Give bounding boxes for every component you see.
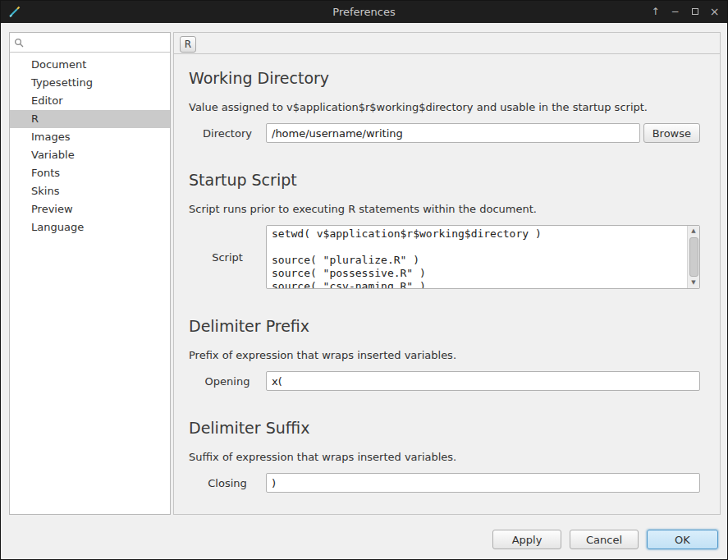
sidebar-item-document[interactable]: Document [10,56,170,74]
ok-button[interactable]: OK [647,530,718,549]
sidebar-item-r[interactable]: R [10,110,170,128]
closing-row: Closing [189,473,700,493]
scrollbar-thumb[interactable] [689,237,698,277]
opening-row: Opening [189,371,700,391]
scroll-down-icon[interactable]: ▼ [691,278,695,288]
browse-button[interactable]: Browse [643,123,700,143]
shade-icon[interactable]: ↑ [649,1,662,23]
directory-row: Directory Browse [189,123,700,143]
close-icon[interactable]: × [708,1,721,23]
directory-label: Directory [189,127,266,140]
apply-button[interactable]: Apply [492,530,561,549]
directory-input[interactable] [266,123,640,143]
sidebar-item-language[interactable]: Language [10,218,170,236]
working-directory-description: Value assigned to v$application$r$workin… [189,101,700,113]
startup-script-title: Startup Script [189,171,700,189]
scroll-up-icon[interactable]: ▲ [691,226,695,236]
closing-input[interactable] [266,473,700,493]
closing-label: Closing [189,477,266,489]
window-title: Preferences [1,6,727,18]
content-header: R [174,33,720,54]
sidebar-item-fonts[interactable]: Fonts [10,164,170,182]
maximize-box-glyph [692,8,698,15]
sidebar-item-skins[interactable]: Skins [10,182,170,200]
app-icon [7,5,21,19]
script-textarea[interactable]: setwd( v$application$r$working$directory… [266,225,700,289]
startup-script-description: Script runs prior to executing R stateme… [189,203,700,215]
content-panel: R Working Directory Value assigned to v$… [173,32,721,515]
sidebar: Document Typesetting Editor R Images Var… [9,32,171,515]
script-row: Script setwd( v$application$r$working$di… [189,225,700,289]
cancel-button[interactable]: Cancel [570,530,639,549]
maximize-icon[interactable] [689,1,701,23]
sidebar-item-variable[interactable]: Variable [10,146,170,164]
sidebar-item-images[interactable]: Images [10,128,170,146]
breadcrumb-chip[interactable]: R [180,36,196,53]
sidebar-item-typesetting[interactable]: Typesetting [10,74,170,92]
opening-input[interactable] [266,371,700,391]
sidebar-item-editor[interactable]: Editor [10,92,170,110]
dialog-body: Document Typesetting Editor R Images Var… [1,23,727,559]
search-field[interactable] [10,33,170,53]
opening-label: Opening [189,375,266,388]
preferences-window: Preferences ↑ − × Document Typesetting E… [0,0,728,560]
search-input[interactable] [27,34,166,51]
sidebar-list: Document Typesetting Editor R Images Var… [10,53,170,236]
minimize-icon[interactable]: − [669,1,681,23]
script-scrollbar[interactable]: ▲ ▼ [687,226,699,288]
window-controls: ↑ − × [649,1,721,23]
titlebar[interactable]: Preferences ↑ − × [1,1,727,23]
delimiter-prefix-title: Delimiter Prefix [189,317,700,335]
search-icon [14,38,24,48]
delimiter-suffix-description: Suffix of expression that wraps inserted… [189,451,700,463]
content-body: Working Directory Value assigned to v$ap… [174,54,720,493]
delimiter-prefix-description: Prefix of expression that wraps inserted… [189,349,700,361]
script-editor: setwd( v$application$r$working$directory… [266,225,700,289]
working-directory-title: Working Directory [189,69,700,87]
script-label: Script [189,251,266,264]
footer-buttons: Apply Cancel OK [492,530,718,549]
delimiter-suffix-title: Delimiter Suffix [189,419,700,437]
sidebar-item-preview[interactable]: Preview [10,200,170,218]
